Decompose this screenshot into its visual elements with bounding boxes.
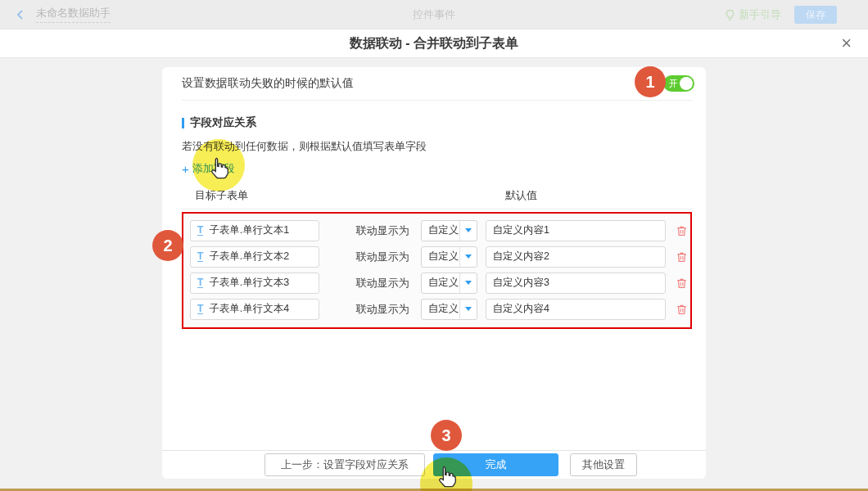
annotation-badge-3: 3 <box>431 420 462 451</box>
lightbulb-icon <box>725 9 735 21</box>
chevron-down-icon <box>459 247 477 267</box>
mapping-description: 若没有联动到任何数据，则根据默认值填写表单字段 <box>182 139 706 154</box>
divider <box>182 209 692 209</box>
target-field-value: 子表单.单行文本1 <box>209 223 289 237</box>
hand-cursor-icon <box>434 463 459 489</box>
divider <box>182 100 692 101</box>
beginner-guide-label: 新手引导 <box>739 7 781 22</box>
chevron-down-icon <box>459 221 477 241</box>
save-button[interactable]: 保存 <box>794 6 837 24</box>
mapping-row-3: T 子表单.单行文本3 联动显示为 自定义 <box>190 273 690 294</box>
mode-select-value: 自定义 <box>422 247 459 267</box>
mode-select[interactable]: 自定义 <box>421 299 477 320</box>
delete-row-button[interactable] <box>676 223 690 238</box>
other-settings-button[interactable]: 其他设置 <box>570 453 637 476</box>
text-field-icon: T <box>197 225 203 236</box>
text-field-icon: T <box>197 251 203 262</box>
trash-icon <box>676 224 688 237</box>
target-field-input[interactable]: T 子表单.单行文本1 <box>190 220 319 241</box>
settings-card: 设置数据联动失败的时候的默认值 开 字段对应关系 若没有联动到任何数据，则根据默… <box>162 67 706 479</box>
chevron-down-icon <box>459 300 477 319</box>
link-display-label: 联动显示为 <box>356 302 409 317</box>
default-value-setting-label: 设置数据联动失败的时候的默认值 <box>182 76 354 91</box>
mode-select-value: 自定义 <box>422 221 459 241</box>
annotation-badge-1: 1 <box>635 66 666 97</box>
default-value-setting-row: 设置数据联动失败的时候的默认值 开 <box>162 67 706 100</box>
target-field-input[interactable]: T 子表单.单行文本2 <box>190 246 319 268</box>
mode-select[interactable]: 自定义 <box>421 246 477 268</box>
default-column-header: 默认值 <box>505 188 537 203</box>
text-field-icon: T <box>197 277 203 288</box>
dialog-title: 数据联动 - 合并联动到子表单 <box>0 29 868 58</box>
mode-select[interactable]: 自定义 <box>421 273 477 294</box>
column-headers: 目标子表单 默认值 <box>162 188 706 202</box>
text-field-icon: T <box>197 304 203 314</box>
target-field-value: 子表单.单行文本4 <box>209 302 289 316</box>
mode-select[interactable]: 自定义 <box>421 220 477 241</box>
trash-icon <box>676 303 688 316</box>
trash-icon <box>676 250 688 264</box>
mapping-row-2: T 子表单.单行文本2 联动显示为 自定义 <box>190 246 690 268</box>
close-icon[interactable]: × <box>841 32 852 55</box>
chevron-down-icon <box>459 273 477 293</box>
chevron-left-icon <box>15 9 26 20</box>
assistant-name-label[interactable]: 未命名数据助手 <box>36 6 111 23</box>
default-value-input[interactable] <box>486 299 667 320</box>
back-button[interactable] <box>15 8 28 21</box>
toggle-knob <box>680 77 693 90</box>
field-mapping-section-title: 字段对应关系 <box>182 115 706 130</box>
mapping-rows-annotated-outline: T 子表单.单行文本1 联动显示为 自定义 T 子表单.单行文本2 联 <box>182 212 692 329</box>
default-value-input[interactable] <box>486 246 667 268</box>
mapping-row-4: T 子表单.单行文本4 联动显示为 自定义 <box>190 299 690 320</box>
dialog-header: 数据联动 - 合并联动到子表单 × <box>0 29 868 58</box>
previous-step-button[interactable]: 上一步：设置字段对应关系 <box>264 453 425 476</box>
plus-icon: + <box>182 162 189 176</box>
mode-select-value: 自定义 <box>422 273 459 293</box>
delete-row-button[interactable] <box>676 250 690 264</box>
section-accent-bar <box>182 118 184 128</box>
annotation-badge-2: 2 <box>152 230 183 261</box>
target-field-value: 子表单.单行文本2 <box>209 250 289 264</box>
link-display-label: 联动显示为 <box>356 250 409 264</box>
link-display-label: 联动显示为 <box>356 223 409 238</box>
screen: 未命名数据助手 控件事件 新手引导 保存 数据联动 - 合并联动到子表单 × 设… <box>0 0 868 491</box>
target-field-input[interactable]: T 子表单.单行文本3 <box>190 273 319 294</box>
beginner-guide-link[interactable]: 新手引导 <box>725 7 781 22</box>
link-display-label: 联动显示为 <box>356 276 409 291</box>
default-value-input[interactable] <box>486 273 667 294</box>
default-value-input[interactable] <box>486 220 667 241</box>
hand-cursor-icon <box>206 155 231 181</box>
mapping-row-1: T 子表单.单行文本1 联动显示为 自定义 <box>190 220 690 241</box>
delete-row-button[interactable] <box>676 276 690 291</box>
toggle-on-label: 开 <box>669 78 678 90</box>
target-field-input[interactable]: T 子表单.单行文本4 <box>190 299 319 320</box>
mode-select-value: 自定义 <box>422 300 459 319</box>
top-app-bar: 未命名数据助手 控件事件 新手引导 保存 <box>0 0 868 29</box>
trash-icon <box>676 277 688 290</box>
default-value-toggle[interactable]: 开 <box>663 75 694 92</box>
target-field-value: 子表单.单行文本3 <box>209 276 289 290</box>
delete-row-button[interactable] <box>676 302 690 317</box>
